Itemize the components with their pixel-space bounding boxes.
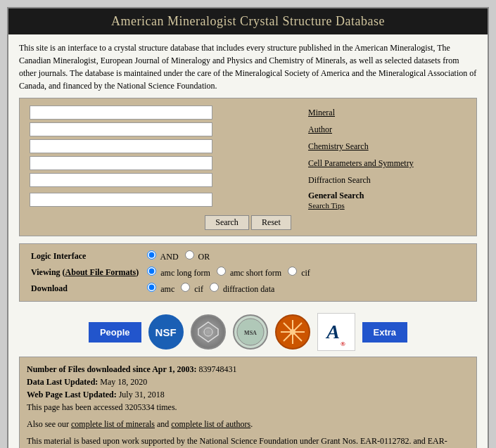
people-button[interactable]: People	[89, 322, 141, 343]
msa-icon: MSA	[236, 318, 265, 346]
download-amc-radio[interactable]	[147, 283, 156, 292]
download-cif-label: cif	[194, 284, 203, 294]
ammin-logo[interactable]	[275, 314, 310, 350]
author-label[interactable]: Author	[308, 124, 332, 134]
download-amc-label: amc	[160, 284, 174, 294]
logic-label: Logic Interface	[31, 251, 86, 261]
table-row: General Search Search Tips	[27, 188, 469, 211]
svg-marker-0	[198, 322, 218, 342]
reset-button[interactable]: Reset	[251, 215, 291, 230]
table-row: Logic Interface AND OR	[27, 248, 469, 264]
mineral-society-icon	[196, 319, 221, 345]
author-input[interactable]	[30, 122, 212, 136]
viewing-cif-radio[interactable]	[288, 267, 297, 276]
intro-section: This site is an interface to a crystal s…	[8, 34, 488, 98]
search-table: Mineral Author Chemistry Search Cell Par…	[27, 104, 469, 211]
diffraction-label: Diffraction Search	[308, 175, 371, 185]
viewing-amc-short-label: amc short form	[230, 268, 281, 278]
authors-link[interactable]: complete list of authors	[171, 419, 250, 429]
minerals-link[interactable]: complete list of minerals	[71, 419, 155, 429]
footer-section: Number of Files downloaded since Apr 1, …	[19, 357, 477, 448]
also-see-paragraph: Also see our complete list of minerals a…	[27, 418, 469, 430]
nsf-paragraph: This material is based upon work support…	[27, 435, 469, 448]
table-row: Diffraction Search	[27, 172, 469, 188]
viewing-cif-label: cif	[301, 268, 310, 278]
file-formats-link[interactable]: About File Formats	[65, 267, 136, 277]
and-text: and	[157, 419, 169, 429]
mineral-label[interactable]: Mineral	[308, 108, 335, 117]
viewing-label: Viewing	[31, 267, 61, 277]
search-button[interactable]: Search	[205, 215, 249, 230]
logic-or-label: OR	[198, 252, 210, 262]
ammin-icon	[278, 317, 307, 347]
search-section: Mineral Author Chemistry Search Cell Par…	[19, 98, 477, 236]
extra-button[interactable]: Extra	[362, 322, 408, 343]
stats-paragraph: Number of Files downloaded since Apr 1, …	[27, 363, 469, 414]
stats-value: 839748431	[199, 364, 237, 374]
download-diffraction-radio[interactable]	[210, 283, 219, 292]
ua-text: A	[326, 321, 340, 343]
table-row: Viewing (About File Formats) amc long fo…	[27, 264, 469, 281]
options-table: Logic Interface AND OR Viewing (About Fi…	[27, 248, 469, 297]
mineral-society-logo[interactable]	[191, 314, 226, 350]
download-cif-radio[interactable]	[181, 283, 190, 292]
svg-point-9	[290, 329, 295, 335]
viewing-amc-short-radio[interactable]	[217, 267, 226, 276]
data-updated-label: Data Last Updated:	[27, 377, 98, 387]
web-updated-label: Web Page Last Updated:	[27, 390, 117, 399]
intro-text: This site is an interface to a crystal s…	[19, 43, 476, 91]
options-section: Logic Interface AND OR Viewing (About Fi…	[19, 243, 477, 302]
chemistry-label[interactable]: Chemistry Search	[308, 141, 369, 151]
also-see-text: Also see our	[27, 419, 69, 429]
svg-point-1	[204, 328, 212, 336]
cell-label[interactable]: Cell Parameters and Symmetry	[308, 158, 414, 168]
chemistry-input[interactable]	[30, 139, 212, 153]
viewing-amc-long-radio[interactable]	[147, 267, 156, 276]
page-accessed-text: This page has been accessed 3205334 time…	[27, 402, 177, 412]
viewing-amc-long-label: amc long form	[160, 268, 210, 278]
download-label: Download	[31, 283, 68, 293]
ua-logo[interactable]: A ®	[317, 313, 355, 351]
svg-text:MSA: MSA	[244, 330, 257, 336]
logic-and-radio[interactable]	[147, 250, 156, 260]
logic-or-radio[interactable]	[185, 250, 194, 260]
general-input[interactable]	[30, 193, 212, 207]
web-updated-value: July 31, 2018	[119, 390, 165, 399]
table-row: Author	[27, 121, 469, 138]
mineral-input[interactable]	[30, 105, 212, 120]
logic-and-label: AND	[160, 252, 179, 262]
diffraction-input[interactable]	[30, 173, 212, 187]
search-buttons: Search Reset	[27, 215, 469, 230]
ua-subscript: ®	[341, 340, 345, 347]
nsf-logo[interactable]: NSF	[148, 314, 184, 350]
main-container: American Mineralogist Crystal Structure …	[7, 7, 489, 448]
stats-label: Number of Files downloaded since Apr 1, …	[27, 364, 197, 374]
links-section: People NSF MSA	[8, 307, 488, 357]
table-row: Chemistry Search	[27, 138, 469, 155]
cell-input[interactable]	[30, 156, 212, 170]
table-row: Download amc cif diffraction data	[27, 281, 469, 297]
download-diffraction-label: diffraction data	[223, 284, 274, 294]
table-row: Mineral	[27, 104, 469, 121]
search-tips-link[interactable]: Search Tips	[308, 201, 466, 210]
general-label: General Search	[308, 191, 364, 200]
page-title: American Mineralogist Crystal Structure …	[111, 14, 385, 28]
data-updated-value: May 18, 2020	[100, 377, 147, 387]
table-row: Cell Parameters and Symmetry	[27, 155, 469, 172]
nsf-text: NSF	[155, 326, 177, 338]
header-bar: American Mineralogist Crystal Structure …	[8, 8, 488, 34]
msa-logo[interactable]: MSA	[233, 314, 268, 350]
